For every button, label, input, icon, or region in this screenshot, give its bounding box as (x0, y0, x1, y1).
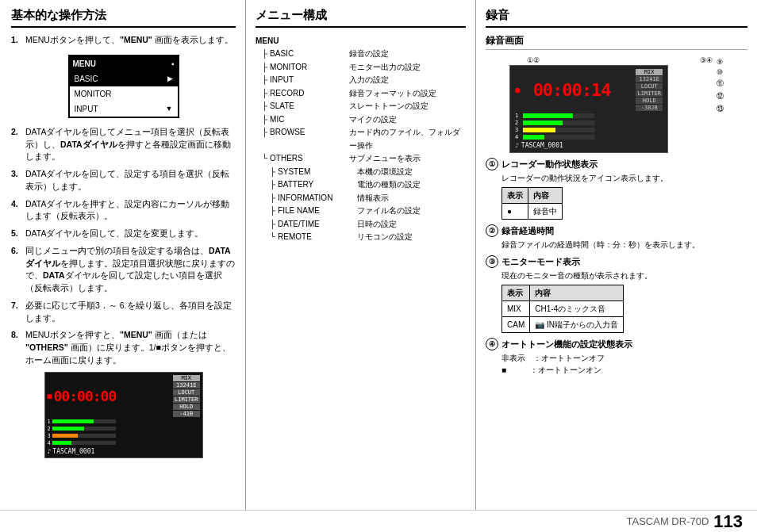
rec-badge-4: HOLD (173, 404, 200, 410)
rd-badge-mix: MIX (636, 69, 663, 75)
callout-num-9: ⑨ (717, 58, 724, 66)
callout-3-title: ③ モニターモード表示 (486, 255, 747, 268)
table-header-display: 表示 (502, 188, 528, 204)
callout-2-body: 録音ファイルの経過時間（時：分：秒）を表示します。 (501, 239, 747, 251)
step-5: 5. DATAダイヤルを回して、設定を変更します。 (11, 228, 236, 240)
table-cell-dot: ● (502, 204, 528, 220)
menu-row-monitor: ├MONITOR モニター出力の設定 (256, 61, 466, 75)
table-cell-cam-desc: 📷 IN端子からの入力音 (530, 317, 624, 333)
menu-row-system: ├SYSTEM 本機の環境設定 (256, 166, 466, 179)
menu-item-input-label: INPUT (75, 103, 98, 115)
menu-row-information: ├INFORMATION 情報表示 (256, 192, 466, 205)
step-text-2: DATAダイヤルを回してメニュー項目を選択（反転表示）し、DATAダイヤルを押す… (25, 126, 236, 163)
recorder-row: ⑤ ⑥ ⑦ ⑧ ● 00:00:14 MIX 13241E (509, 65, 724, 153)
menu-item-basic-arrow: ▶ (167, 74, 173, 85)
callout-3: ③ モニターモード表示 現在のモニター音の種類が表示されます。 表示 内容 MI… (486, 255, 747, 333)
rec-bar-3: 3 (48, 433, 200, 439)
rec-badge-3: LIMITER (173, 396, 200, 403)
rd-top: ● 00:00:14 MIX 13241E LOCUT LIMITER HOLD… (515, 69, 663, 111)
step-3: 3. DATAダイヤルを回して、設定する項目を選択（反転表示）します。 (11, 168, 236, 193)
step-text-8: MENUボタンを押すと、"MENU" 画面（または "OTHERS" 画面）に戻… (25, 329, 236, 366)
callout-2-label: 録音経過時間 (501, 225, 554, 237)
step-2: 2. DATAダイヤルを回してメニュー項目を選択（反転表示）し、DATAダイヤル… (11, 126, 236, 163)
callout-num-2: ② (533, 56, 540, 64)
mid-column: メニュー構成 MENU ├BASIC 録音の設定 ├MONITOR モニター出力… (246, 0, 476, 510)
rec-badge-2: LOCUT (173, 389, 200, 396)
step-list: 1. MENUボタンを押して、"MENU" 画面を表示します。 MENU ▪ B… (11, 34, 236, 367)
right-section-title: 録音 (486, 8, 747, 28)
step-text-1: MENUボタンを押して、"MENU" 画面を表示します。 (25, 34, 236, 47)
top-callout-nums: ① ② ③ ④ (521, 56, 713, 64)
footer: TASCAM DR-70D 113 (0, 510, 757, 532)
callout-2-num: ② (486, 224, 498, 237)
menu-row-basic: ├BASIC 録音の設定 (256, 48, 466, 61)
rec-badge-1: 13241E (173, 382, 200, 388)
step-num-8: 8. (11, 329, 22, 366)
callout-3-table: 表示 内容 MIX CH1-4のミックス音 CAM 📷 IN端子からの入力音 (501, 285, 624, 333)
table-cell-desc: 録音中 (528, 204, 563, 220)
menu-item-input: INPUT ▼ (70, 101, 178, 117)
callout-3-label: モニターモード表示 (501, 256, 580, 268)
callout-num-10: ⑩ (717, 68, 724, 76)
right-callout-nums: ⑨ ⑩ ⑪ ⑫ ⑬ (717, 56, 724, 114)
step-num-1: 1. (11, 34, 22, 47)
right-column: 録音 録音画面 ① ② ③ ④ ⑤ ⑥ ⑦ ⑧ (476, 0, 757, 510)
callout-1-num: ① (486, 158, 498, 170)
menu-row-mic: ├MIC マイクの設定 (256, 113, 466, 127)
rd-bars: 1 2 3 4 (515, 113, 663, 140)
step-num-2: 2. (11, 126, 22, 163)
callout-3-body: 現在のモニター音の種類が表示されます。 表示 内容 MIX CH1-4のミックス… (501, 270, 747, 333)
left-section-title: 基本的な操作方法 (11, 8, 236, 28)
table-header-display-3: 表示 (502, 285, 530, 301)
step-num-6: 6. (11, 245, 22, 295)
step-num-7: 7. (11, 300, 22, 325)
callout-num-3: ③ (700, 56, 706, 64)
callout-4-num: ④ (486, 338, 498, 350)
rec-bar-4: 4 (48, 440, 200, 446)
callout-2-title: ② 録音経過時間 (486, 224, 747, 237)
recorder-wrapper: ① ② ③ ④ ⑤ ⑥ ⑦ ⑧ ● (509, 56, 724, 153)
callout-4-title: ④ オートトーン機能の設定状態表示 (486, 338, 747, 350)
rec-dot-small: ■ (48, 392, 52, 400)
step-text-5: DATAダイヤルを回して、設定を変更します。 (25, 228, 236, 240)
footer-brand: TASCAM DR-70D (627, 515, 709, 527)
table-cell-cam: CAM (502, 317, 530, 333)
recorder-display-large: ● 00:00:14 MIX 13241E LOCUT LIMITER HOLD… (509, 65, 668, 153)
step-num-5: 5. (11, 228, 22, 240)
rd-badge-r3: LIMITER (636, 90, 663, 97)
menu-item-input-arrow: ▼ (166, 104, 173, 115)
menu-mockup-container: MENU ▪ BASIC ▶ MONITOR INPUT ▼ (11, 52, 236, 121)
callout-num-4: ④ (706, 56, 713, 64)
callout-4-body: 非表示 ：オートトーンオフ ■ ：オートトーンオン (501, 352, 747, 376)
table-row: ● 録音中 (502, 204, 563, 220)
rd-rec-dot: ● (515, 85, 521, 95)
callout-num-12: ⑫ (717, 91, 724, 101)
menu-root-label: MENU (256, 34, 466, 48)
callout-3-num: ③ (486, 255, 498, 268)
menu-row-battery: ├BATTERY 電池の種類の設定 (256, 178, 466, 192)
menu-battery-icon: ▪ (171, 58, 175, 70)
rd-filename: ♪ TASCAM_0001 (515, 142, 663, 149)
rd-right-panel: MIX 13241E LOCUT LIMITER HOLD -38JB (636, 69, 663, 111)
rd-badge-r5: -38JB (636, 105, 663, 111)
step-1: 1. MENUボタンを押して、"MENU" 画面を表示します。 (11, 34, 236, 47)
callout-2: ② 録音経過時間 録音ファイルの経過時間（時：分：秒）を表示します。 (486, 224, 747, 251)
table-cell-mix: MIX (502, 301, 530, 317)
mid-section-title: メニュー構成 (256, 8, 466, 28)
menu-row-record: ├RECORD 録音フォーマットの設定 (256, 87, 466, 101)
rd-badge-r4: HOLD (636, 98, 663, 104)
callout-num-11: ⑪ (717, 78, 724, 89)
menu-row-input: ├INPUT 入力の設定 (256, 74, 466, 87)
step-num-3: 3. (11, 168, 22, 193)
rec-filename-small: ♪ TASCAM_0001 (48, 448, 200, 455)
step-num-4: 4. (11, 198, 22, 224)
table-row-mix: MIX CH1-4のミックス音 (502, 301, 624, 317)
callout-4-label: オートトーン機能の設定状態表示 (501, 339, 632, 350)
callout-1-label: レコーダー動作状態表示 (501, 159, 598, 170)
step-4: 4. DATAダイヤルを押すと、設定内容にカーソルが移動します（反転表示）。 (11, 198, 236, 224)
rec-right-panel-small: MIX 13241E LOCUT LIMITER HOLD -41B (173, 375, 200, 417)
menu-title-bar: MENU ▪ (70, 56, 178, 71)
footer-page: 113 (713, 511, 743, 532)
menu-item-monitor-label: MONITOR (75, 88, 112, 100)
step-8: 8. MENUボタンを押すと、"MENU" 画面（または "OTHERS" 画面… (11, 329, 236, 366)
